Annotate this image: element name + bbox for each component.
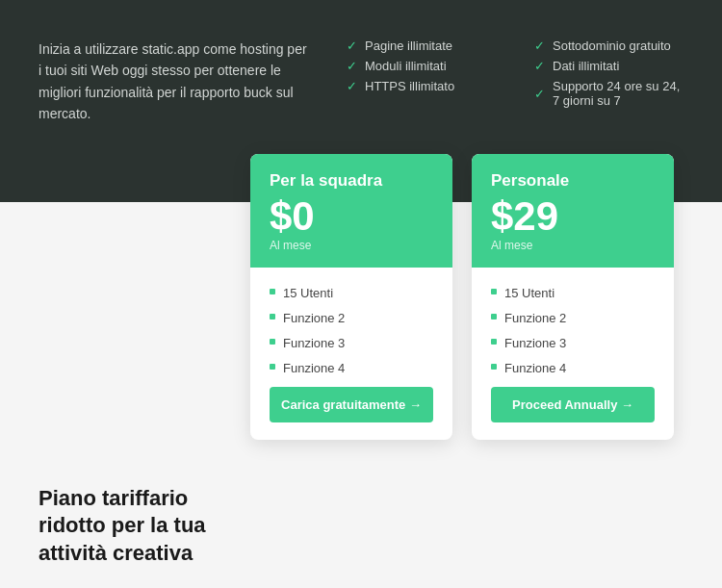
check-icon: ✓	[534, 38, 545, 53]
feature-item: ✓Moduli illimitati	[347, 59, 496, 73]
card-feature: Funzione 2	[270, 310, 433, 327]
check-icon: ✓	[534, 59, 545, 73]
bullet-icon	[270, 339, 275, 345]
bullet-icon	[491, 339, 497, 345]
bottom-left-text: Piano tariffario ridotto per la tua atti…	[39, 485, 231, 568]
card-feature: Funzione 3	[270, 335, 433, 352]
card-body: 15 Utenti Funzione 2 Funzione 3 Funzione…	[250, 268, 452, 441]
card-feature: 15 Utenti	[491, 285, 655, 302]
description-text: Inizia a utilizzare static.app come host…	[39, 41, 307, 121]
feature-item: ✓Pagine illimitate	[347, 38, 496, 53]
bullet-icon	[270, 289, 275, 294]
features-col-2: ✓Sottodominio gratuito✓Dati illimitati✓S…	[534, 38, 683, 108]
bottom-section: Per la squadra $0 Al mese 15 Utenti Funz…	[0, 202, 722, 588]
card-price: $29	[491, 196, 655, 237]
feature-item: ✓HTTPS illimitato	[347, 79, 496, 93]
bullet-icon	[491, 364, 497, 370]
card-header: Per la squadra $0 Al mese	[250, 154, 452, 268]
feature-item: ✓Dati illimitati	[534, 59, 683, 73]
card-price: $0	[270, 196, 433, 237]
bullet-icon	[270, 314, 275, 320]
card-header: Personale $29 Al mese	[472, 154, 674, 268]
bullet-icon	[270, 364, 275, 370]
bottom-heading: Piano tariffario ridotto per la tua atti…	[39, 485, 231, 568]
check-icon: ✓	[347, 59, 357, 73]
card-feature: 15 Utenti	[270, 285, 433, 302]
card-title: Per la squadra	[270, 171, 433, 191]
card-body: 15 Utenti Funzione 2 Funzione 3 Funzione…	[472, 268, 674, 441]
cards-container: Per la squadra $0 Al mese 15 Utenti Funz…	[250, 154, 674, 441]
card-feature: Funzione 4	[270, 360, 433, 377]
pricing-card-0: Per la squadra $0 Al mese 15 Utenti Funz…	[250, 154, 452, 441]
bullet-icon	[491, 314, 497, 320]
check-icon: ✓	[534, 87, 545, 101]
feature-item: ✓Supporto 24 ore su 24, 7 giorni su 7	[534, 79, 683, 108]
features-col-1: ✓Pagine illimitate✓Moduli illimitati✓HTT…	[347, 38, 496, 93]
bullet-icon	[491, 289, 497, 294]
card-period: Al mese	[491, 239, 655, 252]
card-period: Al mese	[270, 239, 433, 252]
card-feature: Funzione 2	[491, 310, 655, 327]
check-icon: ✓	[347, 79, 357, 93]
feature-item: ✓Sottodominio gratuito	[534, 38, 683, 53]
card-title: Personale	[491, 171, 655, 191]
card-cta-button[interactable]: Proceed Annually →	[491, 387, 655, 422]
card-feature: Funzione 3	[491, 335, 655, 352]
card-cta-button[interactable]: Carica gratuitamente →	[270, 387, 433, 422]
card-feature: Funzione 4	[491, 360, 655, 377]
top-description: Inizia a utilizzare static.app come host…	[39, 38, 308, 125]
pricing-card-1: Personale $29 Al mese 15 Utenti Funzione…	[472, 154, 674, 441]
check-icon: ✓	[347, 38, 357, 53]
